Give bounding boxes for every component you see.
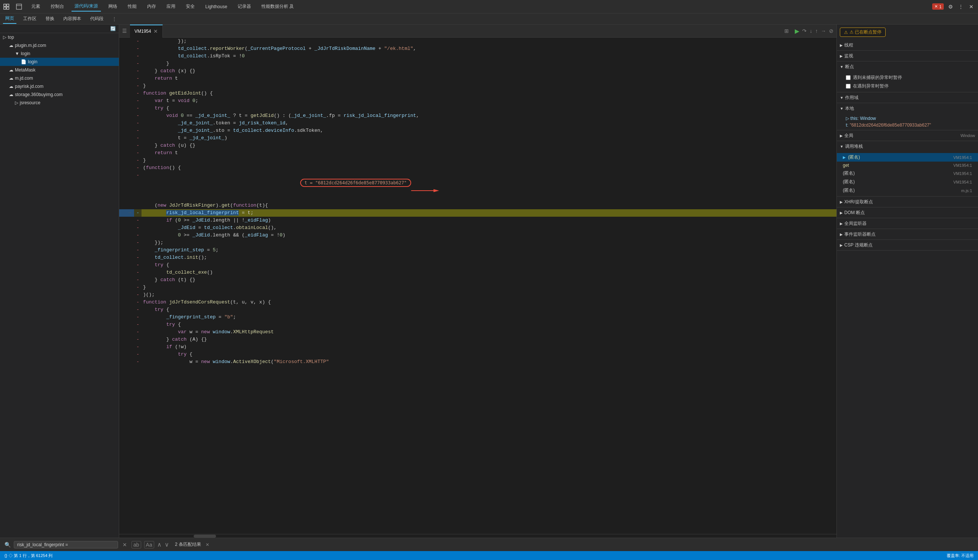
section-header-event-listeners[interactable]: ▶ 事件监听器断点 [837, 229, 978, 239]
chevron-icon-event-listeners: ▶ [840, 232, 843, 237]
debug-section-watch: ▶ 监视 [837, 51, 978, 62]
tree-item-jsresource[interactable]: ▷ jsresource [0, 99, 119, 107]
code-line: - }); [119, 239, 836, 247]
callstack-item-1[interactable]: get VM1954:1 [837, 162, 978, 169]
sync-icon[interactable]: 🔄 [110, 26, 116, 31]
breakpoint-caught-checkbox[interactable] [846, 84, 851, 88]
section-header-scope[interactable]: ▼ 作用域 [837, 92, 978, 103]
code-line: - td_collect.reportWorker(_CurrentPagePr… [119, 45, 836, 52]
tree-item-mjd[interactable]: ☁ m.jd.com [0, 74, 119, 82]
callstack-item-3[interactable]: (匿名) VM1954:1 [837, 178, 978, 186]
resume-button[interactable]: ▶ [795, 28, 799, 35]
code-line: - void 0 == _jd_e_joint_ ? t = getJdEid(… [119, 112, 836, 120]
menu-application[interactable]: 应用 [163, 2, 178, 11]
clear-search-button[interactable]: ✕ [121, 541, 128, 548]
callstack-item-2[interactable]: (匿名) VM1954:1 [837, 169, 978, 178]
settings-icon[interactable]: ⚙ [947, 3, 954, 10]
more-icon[interactable]: ⋮ [957, 3, 965, 10]
section-header-csp[interactable]: ▶ CSP 违规断点 [837, 240, 978, 250]
callstack-item-0[interactable]: ▶ (匿名) VM1954:1 [837, 153, 978, 162]
callstack-item-4[interactable]: (匿名) m.js:1 [837, 186, 978, 195]
menu-console[interactable]: 控制台 [48, 2, 67, 11]
prev-match-button[interactable]: ∧ [157, 541, 162, 548]
chevron-icon-xhr: ▶ [840, 200, 843, 204]
inspect-icon[interactable] [16, 3, 22, 10]
menu-security[interactable]: 安全 [183, 2, 198, 11]
breakpoint-uncaught-checkbox[interactable] [846, 75, 851, 80]
coverage-label: 覆盖率: 不适用 [947, 553, 973, 558]
search-bar: 🔍 ✕ ab Aa ∧ ∨ 2 条匹配结果 ✕ [0, 538, 978, 551]
search-icon: 🔍 [5, 542, 11, 548]
code-line: - try { [119, 262, 836, 269]
svg-rect-3 [7, 7, 9, 9]
tree-label-plugin: plugin.m.jd.com [15, 43, 46, 48]
menu-memory[interactable]: 内存 [144, 2, 159, 11]
horizontal-scrollbar[interactable] [119, 534, 836, 538]
panel-toggle-icon[interactable]: ⊞ [784, 28, 789, 34]
section-header-xhr[interactable]: ▶ XHR/提取断点 [837, 197, 978, 207]
tree-item-plugin[interactable]: ☁ plugin.m.jd.com [0, 41, 119, 50]
code-line: - } [119, 284, 836, 291]
code-line: - try { [119, 105, 836, 112]
section-header-global[interactable]: ▶ 全局 Window [837, 130, 978, 141]
section-header-local[interactable]: ▼ 本地 [837, 103, 978, 113]
breakpoint-uncaught[interactable]: 遇到未捕获的异常时暂停 [837, 73, 978, 82]
tree-item-login-file[interactable]: 📄 login [0, 58, 119, 66]
match-case-button[interactable]: Aa [144, 541, 154, 548]
tree-item-payrisk[interactable]: ☁ payrisk.jd.com [0, 82, 119, 90]
scope-val-this: Window [860, 116, 876, 121]
menu-elements[interactable]: 元素 [28, 2, 43, 11]
section-header-callstack[interactable]: ▼ 调用堆栈 [837, 141, 978, 152]
close-devtools-icon[interactable]: ✕ [968, 3, 975, 10]
menu-sources[interactable]: 源代码/来源 [72, 2, 101, 12]
tab-overrides[interactable]: 替换 [43, 14, 57, 23]
callstack-loc-1: VM1954:1 [953, 163, 972, 168]
code-content[interactable]: - }); - td_collect.reportWorker(_Current… [119, 38, 836, 534]
menu-performance[interactable]: 性能 [125, 2, 140, 11]
menu-network[interactable]: 网络 [105, 2, 120, 11]
chevron-icon-breakpoints: ▼ [840, 65, 843, 69]
tab-content-scripts[interactable]: 内容脚本 [61, 14, 83, 23]
svg-marker-7 [433, 189, 439, 192]
status-curly-icon: {} [5, 553, 7, 558]
step-over-button[interactable]: ↷ [802, 28, 807, 34]
debug-section-breakpoints: ▼ 断点 遇到未捕获的异常时暂停 在遇到异常时暂停 [837, 62, 978, 92]
next-match-button[interactable]: ∨ [165, 541, 169, 548]
section-label-scope: 作用域 [845, 95, 858, 101]
editor-tab-vm1954[interactable]: VM1954 ✕ [130, 25, 163, 38]
menu-recorder[interactable]: 记录器 [235, 2, 254, 11]
chevron-icon-local: ▼ [840, 107, 843, 111]
search-result-count: 2 条匹配结果 [175, 542, 201, 548]
step-button[interactable]: → [821, 28, 826, 34]
tab-snippets[interactable]: 代码段 [88, 14, 106, 23]
section-header-breakpoints[interactable]: ▼ 断点 [837, 62, 978, 72]
step-out-button[interactable]: ↑ [815, 28, 818, 34]
cloud-icon-storage: ☁ [9, 92, 13, 97]
match-whole-word-button[interactable]: ab [132, 541, 141, 548]
cloud-icon-plugin: ☁ [9, 43, 13, 48]
search-input[interactable] [14, 541, 118, 548]
section-header-thread[interactable]: ▶ 线程 [837, 40, 978, 50]
search-close-button[interactable]: ✕ [206, 542, 209, 547]
sidebar-toggle-icon[interactable]: ☰ [119, 28, 130, 34]
tree-item-login-folder[interactable]: ▼ login [0, 50, 119, 58]
breakpoints-body: 遇到未捕获的异常时暂停 在遇到异常时暂停 [837, 72, 978, 92]
tab-workspace[interactable]: 工作区 [21, 14, 39, 23]
tab-close-vm1954[interactable]: ✕ [153, 28, 158, 34]
section-header-dom[interactable]: ▶ DOM 断点 [837, 207, 978, 218]
breakpoint-caught[interactable]: 在遇到异常时暂停 [837, 82, 978, 90]
editor-tab-bar: ☰ VM1954 ✕ ⊞ ▶ ↷ ↓ ↑ → ⊘ [119, 25, 836, 38]
tab-webpage[interactable]: 网页 [3, 14, 17, 24]
code-line: - } [119, 60, 836, 67]
tree-item-storage[interactable]: ☁ storage.360buyimg.com [0, 90, 119, 99]
deactivate-breakpoints-button[interactable]: ⊘ [829, 28, 833, 34]
section-header-watch[interactable]: ▶ 监视 [837, 51, 978, 61]
tree-item-top[interactable]: ▷ top [0, 33, 119, 41]
code-line: - )(); [119, 291, 836, 298]
tree-item-metamask[interactable]: ☁ MetaMask [0, 66, 119, 74]
step-into-button[interactable]: ↓ [810, 28, 812, 34]
section-header-global-listeners[interactable]: ▶ 全局监听器 [837, 218, 978, 228]
tabs-more-icon[interactable]: ⋮ [112, 16, 117, 22]
menu-perf-insights[interactable]: 性能数据分析 及 [258, 2, 297, 11]
menu-lighthouse[interactable]: Lighthouse [202, 3, 230, 11]
